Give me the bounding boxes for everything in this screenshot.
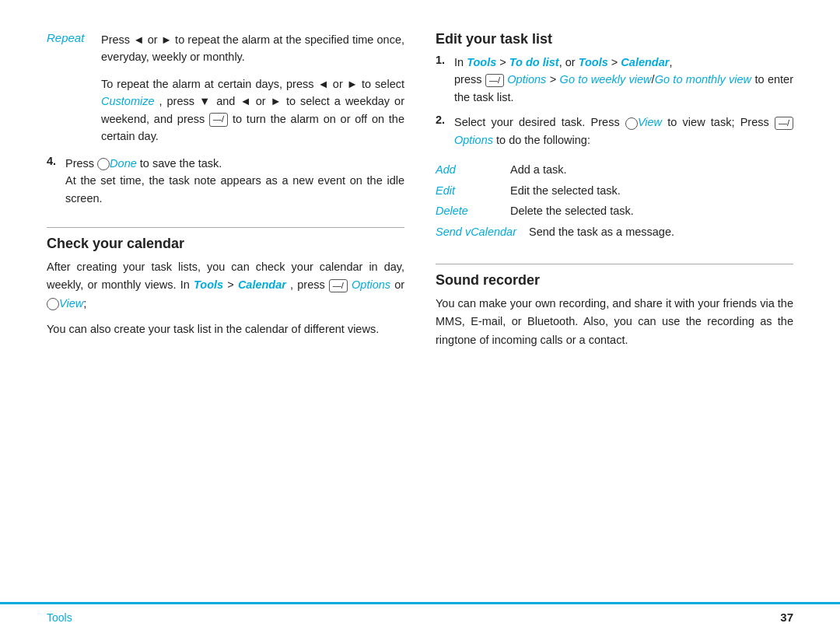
task-row-edit: Edit Edit the selected task. (436, 182, 793, 199)
calendar-title: Check your calendar (47, 236, 404, 252)
repeat-section: Repeat Press ◄ or ► to repeat the alarm … (47, 31, 404, 66)
edit-title: Edit your task list (436, 31, 793, 47)
page: Repeat Press ◄ or ► to repeat the alarm … (0, 0, 840, 630)
send-desc: Send the task as a message. (529, 223, 674, 240)
step2-view: View (638, 116, 662, 128)
cal-options: Options (352, 278, 390, 291)
step2-text: Select your desired task. Press View to … (454, 114, 793, 149)
step2-circle (625, 117, 638, 130)
step1-key-icon: —/ (485, 74, 504, 87)
repeat-text2a: To repeat the alarm at certain days, pre… (101, 78, 404, 90)
repeat-customize: Customize (101, 95, 155, 107)
add-label: Add (436, 161, 498, 178)
step2-text2: to view task; Press (667, 116, 768, 128)
step4-num: 4. (47, 155, 61, 207)
step1-tools1: Tools (467, 56, 496, 68)
step1-in: In (454, 56, 464, 68)
step4-text1: Press (65, 157, 94, 170)
step2-text1: Select your desired task. Press (454, 116, 620, 128)
task-list-table: Add Add a task. Edit Edit the selected t… (436, 161, 793, 240)
calendar-body3: You can also create your task list in th… (47, 320, 404, 338)
footer: Tools 37 (0, 602, 840, 630)
step1-gotomonthly: Go to monthly view (655, 73, 751, 86)
step1-options: Options (507, 73, 546, 86)
cal-tools1: Tools (194, 278, 223, 291)
step2-key-icon: —/ (775, 117, 793, 130)
right-divider (436, 264, 793, 264)
edit-label: Edit (436, 182, 498, 199)
step1-num: 1. (436, 54, 450, 106)
step4-circle (97, 158, 110, 170)
footer-page-number: 37 (780, 611, 793, 624)
step4-text2: to save the task. (140, 157, 222, 170)
step1-comma2: , (669, 56, 672, 68)
step1-gotoweekly: Go to weekly view (560, 73, 652, 86)
step2-text3: to do the following: (496, 134, 590, 146)
edit-desc: Edit the selected task. (510, 182, 621, 199)
sound-title: Sound recorder (436, 272, 793, 289)
step1-or: or (565, 56, 579, 68)
step4-text: Press Done to save the task. At the set … (65, 155, 404, 207)
step1-calendar: Calendar (621, 56, 669, 68)
step4: 4. Press Done to save the task. At the s… (47, 155, 404, 207)
cal-semi: ; (83, 297, 86, 310)
send-label: Send vCalendar (436, 223, 516, 240)
content-area: Repeat Press ◄ or ► to repeat the alarm … (0, 0, 840, 602)
step4-text3: At the set time, the task note appears a… (65, 174, 404, 204)
step1-press: press (454, 73, 481, 86)
step2-num: 2. (436, 114, 450, 149)
left-column: Repeat Press ◄ or ► to repeat the alarm … (47, 31, 404, 586)
cal-key2: —/ (329, 279, 348, 292)
repeat-key1: —/ (209, 113, 228, 126)
step2: 2. Select your desired task. Press View … (436, 114, 793, 149)
repeat-label: Repeat (47, 31, 93, 66)
step1-tools2: Tools (579, 56, 608, 68)
repeat-text2: To repeat the alarm at certain days, pre… (101, 75, 404, 145)
step1-text: In Tools > To do list, or Tools > Calend… (454, 54, 793, 106)
right-column: Edit your task list 1. In Tools > To do … (436, 31, 793, 586)
step2-options: Options (454, 134, 493, 146)
cal-or: or (394, 278, 404, 291)
task-row-send: Send vCalendar Send the task as a messag… (436, 223, 793, 240)
delete-desc: Delete the selected task. (510, 202, 634, 219)
cal-view-icon (47, 298, 59, 310)
task-row-add: Add Add a task. (436, 161, 793, 178)
step1-gt2: > (611, 56, 621, 68)
cal-body1: After creating your task lists, you can … (47, 261, 404, 291)
step1-comma: , (559, 56, 562, 68)
step1-gt3: > (550, 73, 560, 86)
delete-label: Delete (436, 202, 498, 219)
cal-cal1: Calendar (238, 278, 286, 291)
add-desc: Add a task. (510, 161, 567, 178)
cal-body2: , press (290, 278, 325, 291)
step1-todolist: To do list (509, 56, 559, 68)
step1: 1. In Tools > To do list, or Tools > Cal… (436, 54, 793, 106)
task-row-delete: Delete Delete the selected task. (436, 202, 793, 219)
left-divider (47, 227, 404, 228)
calendar-body: After creating your task lists, you can … (47, 258, 404, 313)
cal-view: View (59, 297, 83, 310)
footer-tools-label: Tools (47, 611, 72, 624)
repeat-text1: Press ◄ or ► to repeat the alarm at the … (101, 31, 404, 66)
step4-done: Done (110, 157, 137, 170)
sound-body: You can make your own recording, and sha… (436, 295, 793, 349)
cal-gt1: > (227, 278, 238, 291)
step1-gt1: > (499, 56, 509, 68)
